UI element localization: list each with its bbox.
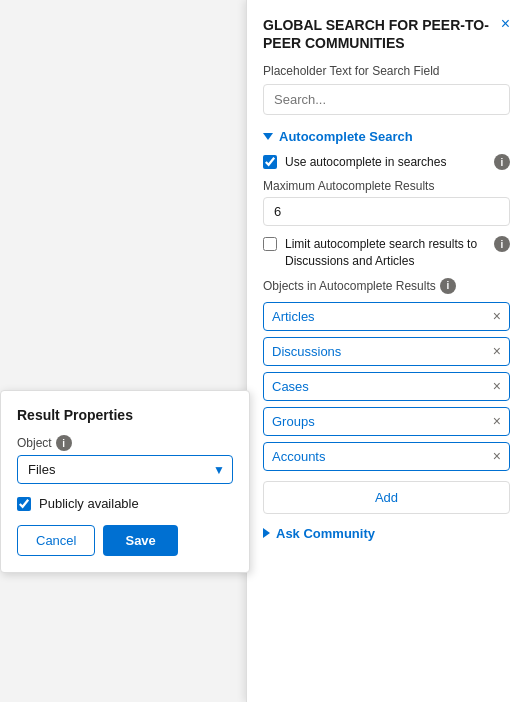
- publicly-available-row: Publicly available: [17, 496, 233, 511]
- global-search-panel: GLOBAL SEARCH FOR PEER-TO-PEER COMMUNITI…: [246, 0, 526, 702]
- object-select[interactable]: Files: [17, 455, 233, 484]
- tag-groups-text: Groups: [272, 414, 315, 429]
- max-results-label: Maximum Autocomplete Results: [263, 179, 510, 193]
- save-button[interactable]: Save: [103, 525, 177, 556]
- objects-label-text: Objects in Autocomplete Results: [263, 279, 436, 293]
- ask-community-expand-icon: [263, 528, 270, 538]
- tag-accounts-remove[interactable]: ×: [493, 449, 501, 463]
- objects-label: Objects in Autocomplete Results i: [263, 278, 510, 294]
- tag-groups-remove[interactable]: ×: [493, 414, 501, 428]
- object-select-wrapper: Files ▼: [17, 455, 233, 484]
- use-autocomplete-label: Use autocomplete in searches: [285, 154, 486, 171]
- publicly-available-label: Publicly available: [39, 496, 139, 511]
- use-autocomplete-info-icon[interactable]: i: [494, 154, 510, 170]
- ask-community-title: Ask Community: [276, 526, 375, 541]
- panel-title: GLOBAL SEARCH FOR PEER-TO-PEER COMMUNITI…: [263, 16, 501, 52]
- tag-cases-remove[interactable]: ×: [493, 379, 501, 393]
- ask-community-header[interactable]: Ask Community: [263, 526, 510, 541]
- tag-articles-text: Articles: [272, 309, 315, 324]
- object-field-label: Object i: [17, 435, 233, 451]
- objects-info-icon[interactable]: i: [440, 278, 456, 294]
- limit-label: Limit autocomplete search results to Dis…: [285, 236, 486, 270]
- tag-cases-text: Cases: [272, 379, 309, 394]
- tag-cases: Cases ×: [263, 372, 510, 401]
- tag-articles-remove[interactable]: ×: [493, 309, 501, 323]
- close-button[interactable]: ×: [501, 16, 510, 32]
- autocomplete-section: Autocomplete Search Use autocomplete in …: [263, 129, 510, 513]
- search-input[interactable]: [263, 84, 510, 115]
- limit-row: Limit autocomplete search results to Dis…: [263, 236, 510, 270]
- tag-discussions-text: Discussions: [272, 344, 341, 359]
- add-button[interactable]: Add: [263, 481, 510, 514]
- tag-discussions-remove[interactable]: ×: [493, 344, 501, 358]
- panel-header: GLOBAL SEARCH FOR PEER-TO-PEER COMMUNITI…: [263, 16, 510, 52]
- autocomplete-section-title: Autocomplete Search: [279, 129, 413, 144]
- ask-community-section: Ask Community: [263, 526, 510, 541]
- object-info-icon[interactable]: i: [56, 435, 72, 451]
- autocomplete-collapse-icon: [263, 133, 273, 140]
- tag-discussions: Discussions ×: [263, 337, 510, 366]
- object-label-text: Object: [17, 436, 52, 450]
- limit-checkbox[interactable]: [263, 237, 277, 251]
- tag-articles: Articles ×: [263, 302, 510, 331]
- tag-accounts-text: Accounts: [272, 449, 325, 464]
- background-area: [0, 0, 250, 390]
- limit-info-icon[interactable]: i: [494, 236, 510, 252]
- action-buttons: Cancel Save: [17, 525, 233, 556]
- max-results-input[interactable]: [263, 197, 510, 226]
- result-properties-title: Result Properties: [17, 407, 233, 423]
- use-autocomplete-checkbox[interactable]: [263, 155, 277, 169]
- autocomplete-section-header[interactable]: Autocomplete Search: [263, 129, 510, 144]
- search-placeholder-label: Placeholder Text for Search Field: [263, 64, 510, 78]
- publicly-available-checkbox[interactable]: [17, 497, 31, 511]
- tag-accounts: Accounts ×: [263, 442, 510, 471]
- tag-groups: Groups ×: [263, 407, 510, 436]
- result-properties-panel: Result Properties Object i Files ▼ Publi…: [0, 390, 250, 573]
- use-autocomplete-row: Use autocomplete in searches i: [263, 154, 510, 171]
- cancel-button[interactable]: Cancel: [17, 525, 95, 556]
